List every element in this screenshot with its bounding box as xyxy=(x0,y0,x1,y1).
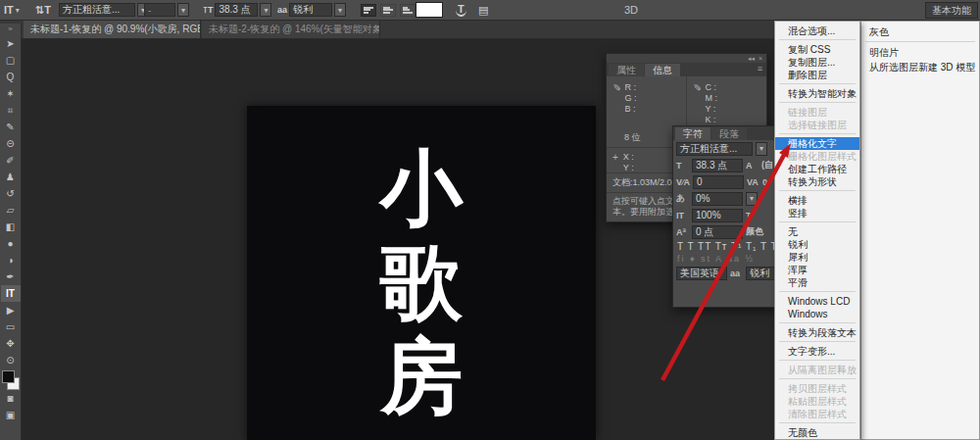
canvas[interactable]: 小歌房 xyxy=(247,106,596,440)
tab-character[interactable]: 字符 xyxy=(675,127,710,140)
tsume-dropdown-button[interactable]: ▾ xyxy=(746,192,758,206)
menu-item[interactable]: 清除图层样式 xyxy=(775,408,859,420)
anti-alias-select[interactable]: 锐利 xyxy=(746,267,775,280)
menu-item[interactable]: 删除图层 xyxy=(775,69,859,81)
submenu-item[interactable]: 灰色 xyxy=(861,24,979,39)
menu-item[interactable]: 浑厚 xyxy=(775,264,859,276)
eraser-tool-icon[interactable]: ▱ xyxy=(1,202,21,219)
menu-item[interactable]: 栅格化文字 xyxy=(775,137,859,150)
crop-tool-icon[interactable]: ⌗ xyxy=(1,102,21,119)
submenu-item[interactable]: 从所选图层新建 3D 模型 xyxy=(861,60,979,74)
blur-tool-icon[interactable]: ● xyxy=(1,235,21,252)
menu-item[interactable]: 复制 CSS xyxy=(775,43,859,56)
history-brush-tool-icon[interactable]: ↺ xyxy=(1,185,21,202)
marquee-tool-icon[interactable]: ▢ xyxy=(1,52,21,69)
close-icon[interactable]: × xyxy=(759,55,762,62)
eyedropper-tool-icon[interactable]: ✎ xyxy=(1,119,21,135)
font-family-select[interactable]: 方正粗活意... ▾ xyxy=(59,2,149,18)
menu-item[interactable]: 栅格化图层样式 xyxy=(775,150,859,163)
panel-grip[interactable]: ◂◂ × xyxy=(607,54,766,63)
menu-item[interactable]: 平滑 xyxy=(775,276,859,289)
align-bottom-icon[interactable] xyxy=(400,4,416,17)
type-tool-icon[interactable]: IT xyxy=(1,285,21,302)
align-center-icon[interactable] xyxy=(380,4,396,17)
menu-item[interactable]: 创建工作路径 xyxy=(775,163,859,175)
quick-mask-icon[interactable]: ◙ xyxy=(1,390,21,407)
anti-alias-control[interactable]: aa 锐利 ▾ xyxy=(277,2,346,18)
menu-item[interactable]: 无 xyxy=(775,225,859,238)
lasso-tool-icon[interactable]: Q xyxy=(1,69,21,85)
shape-tool-icon[interactable]: ▭ xyxy=(1,318,21,335)
menu-item[interactable]: 文字变形... xyxy=(775,345,859,358)
font-style-dropdown-button[interactable]: ▾ xyxy=(177,3,189,17)
font-style-select[interactable]: - ▾ xyxy=(144,2,189,18)
menu-item[interactable]: 转换为段落文本 xyxy=(775,326,859,339)
document-tab-inactive[interactable]: 未标题-2-恢复的 @ 146%(矢量智能对象, RGB/8) × xyxy=(202,21,380,38)
brush-tool-icon[interactable]: ✐ xyxy=(1,152,21,169)
menu-item[interactable]: 转换为智能对象 xyxy=(775,87,859,100)
pen-tool-icon[interactable]: ✒ xyxy=(1,269,21,285)
type-style-buttons[interactable]: T T TT Tᴛ T¹ T₁ T T xyxy=(673,240,787,253)
move-tool-icon[interactable]: ➤ xyxy=(1,35,21,52)
font-family-select[interactable]: 方正粗活意... xyxy=(676,142,753,156)
submenu-item[interactable]: 明信片 xyxy=(861,45,979,60)
magic-wand-tool-icon[interactable]: ✶ xyxy=(1,85,21,102)
healing-brush-tool-icon[interactable]: ⊝ xyxy=(1,135,21,152)
dodge-tool-icon[interactable]: ◑ xyxy=(1,252,21,269)
font-family-dropdown-button[interactable]: ▾ xyxy=(756,142,767,156)
vertical-scale-input[interactable]: 100% xyxy=(692,209,743,222)
workspace-button[interactable]: 基本功能 xyxy=(925,2,978,19)
color-wells[interactable] xyxy=(2,370,20,390)
layer-context-menu: 混合选项...复制 CSS复制图层...删除图层转换为智能对象链接图层选择链接图… xyxy=(774,21,860,440)
tsume-input[interactable]: 0% xyxy=(692,192,743,206)
path-selection-tool-icon[interactable]: ▶ xyxy=(1,302,21,318)
font-size-control[interactable]: ⊺T 38.3 点 ▾ xyxy=(203,2,271,18)
warp-text-button[interactable]: T xyxy=(456,2,466,18)
baseline-shift-input[interactable]: 0 点 xyxy=(692,225,743,239)
text-color-control[interactable] xyxy=(416,2,443,18)
clone-stamp-tool-icon[interactable]: ♟ xyxy=(1,169,21,185)
menu-item[interactable]: 选择链接图层 xyxy=(775,119,859,131)
toolbox-collapse-icon[interactable]: » xyxy=(8,24,12,35)
tab-properties[interactable]: 属性 xyxy=(609,64,644,76)
menu-item[interactable]: 锐利 xyxy=(775,238,859,251)
menu-item[interactable]: 横排 xyxy=(775,194,859,207)
anti-alias-dropdown-button[interactable]: ▾ xyxy=(334,3,346,17)
3d-menu-label[interactable]: 3D xyxy=(624,4,638,16)
menu-item[interactable]: 无颜色 xyxy=(775,426,859,439)
zoom-tool-icon[interactable]: ⊙ xyxy=(1,352,21,368)
menu-item[interactable]: 犀利 xyxy=(775,251,859,264)
gradient-tool-icon[interactable]: ◧ xyxy=(1,219,21,235)
menu-separator xyxy=(779,341,856,342)
panel-menu-icon[interactable]: ≡ xyxy=(758,64,762,73)
panel-collapse-icon[interactable]: ◂◂ xyxy=(748,55,755,63)
opentype-buttons[interactable]: fi ♦ st A aa ½ xyxy=(673,253,787,265)
tab-paragraph[interactable]: 段落 xyxy=(711,127,747,140)
menu-item[interactable]: Windows LCD xyxy=(775,295,859,308)
kerning-input[interactable]: 0 xyxy=(693,175,744,189)
hand-tool-icon[interactable]: ✥ xyxy=(1,335,21,352)
font-size-dropdown-button[interactable]: ▾ xyxy=(260,3,271,17)
document-tab-active[interactable]: 未标题-1-恢复的 @ 90.9%(小歌房, RGB/8)* × xyxy=(24,21,201,38)
menu-item[interactable]: Windows xyxy=(775,308,859,320)
menu-item[interactable]: 从隔离图层释放 xyxy=(775,364,859,376)
text-orientation-button[interactable]: ⇅T xyxy=(35,2,51,18)
menu-item[interactable]: 转换为形状 xyxy=(775,175,859,188)
menu-item[interactable]: 复制图层... xyxy=(775,56,859,69)
color-swatch[interactable] xyxy=(416,2,443,18)
menu-item[interactable]: 混合选项... xyxy=(775,24,859,37)
menu-item[interactable]: 链接图层 xyxy=(775,106,859,119)
menu-item[interactable]: 粘贴图层样式 xyxy=(775,395,859,408)
align-top-icon[interactable] xyxy=(361,4,376,17)
toggle-panels-button[interactable]: ▤ xyxy=(478,2,488,18)
menu-item[interactable]: 拷贝图层样式 xyxy=(775,382,859,395)
tab-info[interactable]: 信息 xyxy=(645,64,680,76)
leading-value[interactable]: (自 xyxy=(761,159,774,171)
font-size-input[interactable]: 38.3 点 xyxy=(692,159,743,172)
menu-item[interactable]: 竖排 xyxy=(775,207,859,220)
language-select[interactable]: 美国英语 xyxy=(676,267,727,280)
foreground-color-swatch[interactable] xyxy=(2,370,15,383)
text-tool-preset[interactable]: IT ▾ xyxy=(4,2,20,18)
font-size-input[interactable]: 38.3 点 xyxy=(215,3,258,17)
screen-mode-icon[interactable]: ▣ xyxy=(1,407,21,423)
